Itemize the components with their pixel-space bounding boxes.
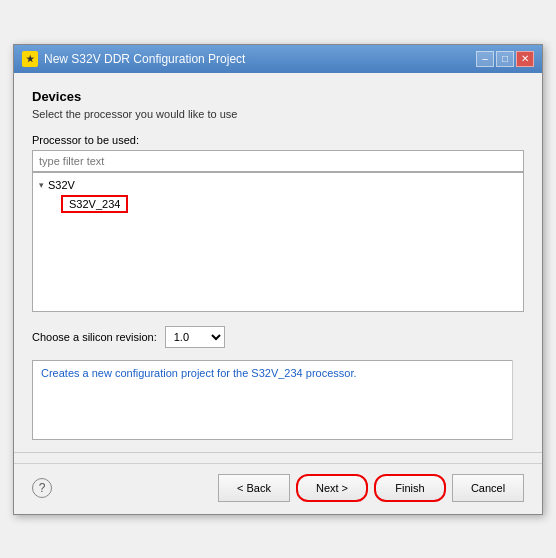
filter-input[interactable] (32, 150, 524, 172)
description-text: Creates a new configuration project for … (41, 367, 357, 379)
bottom-right-buttons: < Back Next > Finish Cancel (218, 474, 524, 502)
processor-tree: ▾ S32V S32V_234 (32, 172, 524, 312)
tree-parent-label: S32V (48, 179, 75, 191)
silicon-label: Choose a silicon revision: (32, 331, 157, 343)
window-title: New S32V DDR Configuration Project (44, 52, 245, 66)
tree-arrow-icon: ▾ (39, 180, 44, 190)
description-wrapper: Creates a new configuration project for … (32, 360, 524, 440)
title-bar: ★ New S32V DDR Configuration Project – □… (14, 45, 542, 73)
description-scrollbar[interactable] (512, 360, 524, 440)
back-button[interactable]: < Back (218, 474, 290, 502)
main-window: ★ New S32V DDR Configuration Project – □… (13, 44, 543, 515)
silicon-revision-select[interactable]: 1.0 (165, 326, 225, 348)
description-box: Creates a new configuration project for … (32, 360, 524, 440)
tree-child-s32v234[interactable]: S32V_234 (33, 193, 523, 215)
help-button[interactable]: ? (32, 478, 52, 498)
selected-processor-badge: S32V_234 (61, 195, 128, 213)
bottom-bar: ? < Back Next > Finish Cancel (14, 463, 542, 514)
silicon-revision-row: Choose a silicon revision: 1.0 (32, 326, 524, 348)
cancel-button[interactable]: Cancel (452, 474, 524, 502)
title-bar-left: ★ New S32V DDR Configuration Project (22, 51, 245, 67)
maximize-button[interactable]: □ (496, 51, 514, 67)
minimize-button[interactable]: – (476, 51, 494, 67)
window-icon: ★ (22, 51, 38, 67)
tree-parent-s32v[interactable]: ▾ S32V (33, 177, 523, 193)
section-title: Devices (32, 89, 524, 104)
title-buttons: – □ ✕ (476, 51, 534, 67)
processor-label: Processor to be used: (32, 134, 524, 146)
next-button[interactable]: Next > (296, 474, 368, 502)
section-subtitle: Select the processor you would like to u… (32, 108, 524, 120)
finish-button[interactable]: Finish (374, 474, 446, 502)
bottom-divider (14, 452, 542, 453)
content-area: Devices Select the processor you would l… (14, 73, 542, 452)
close-button[interactable]: ✕ (516, 51, 534, 67)
